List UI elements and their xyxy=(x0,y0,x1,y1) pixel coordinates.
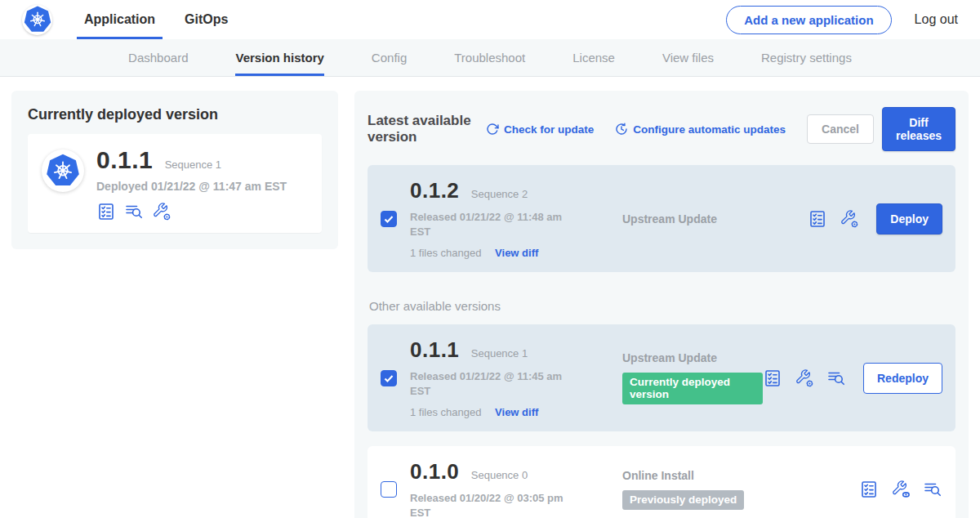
app-kubernetes-logo-icon xyxy=(42,150,84,192)
configure-automatic-updates-link[interactable]: Configure automatic updates xyxy=(615,123,786,136)
version-checkbox[interactable] xyxy=(381,481,397,498)
sequence-label: Sequence 1 xyxy=(471,347,528,359)
edit-config-icon[interactable] xyxy=(795,368,814,388)
logout-button[interactable]: Log out xyxy=(915,12,958,27)
preflight-checks-icon[interactable] xyxy=(763,368,782,388)
released-timestamp: Released 01/21/22 @ 11:45 am EST xyxy=(410,369,573,398)
redeploy-button[interactable]: Redeploy xyxy=(863,363,942,394)
latest-available-title: Latest available version xyxy=(368,113,473,145)
files-changed-label: 1 files changed xyxy=(410,406,481,418)
deployed-sequence-label: Sequence 1 xyxy=(165,159,221,171)
check-for-update-link[interactable]: Check for update xyxy=(486,123,594,136)
version-source-label: Upstream Update xyxy=(622,351,763,364)
version-row: 0.1.1 Sequence 1 Released 01/21/22 @ 11:… xyxy=(368,324,956,431)
view-logs-icon[interactable] xyxy=(826,368,846,388)
released-timestamp: Released 01/20/22 @ 03:05 pm EST xyxy=(410,491,573,518)
version-source-label: Online Install xyxy=(622,469,859,482)
subnav-item-dashboard[interactable]: Dashboard xyxy=(128,39,188,76)
subnav-item-config[interactable]: Config xyxy=(372,39,407,76)
tab-gitops[interactable]: GitOps xyxy=(177,0,235,39)
view-diff-link[interactable]: View diff xyxy=(495,406,538,418)
subnav-item-registry-settings[interactable]: Registry settings xyxy=(761,39,852,76)
version-source-label: Upstream Update xyxy=(622,212,808,226)
sequence-label: Sequence 2 xyxy=(471,188,528,200)
version-checkbox[interactable] xyxy=(381,370,397,386)
refresh-icon xyxy=(486,123,499,136)
edit-config-icon[interactable] xyxy=(840,209,859,229)
schedule-update-icon xyxy=(615,123,628,136)
preflight-checks-icon[interactable] xyxy=(808,209,827,229)
view-logs-icon[interactable] xyxy=(124,202,144,221)
add-new-application-button[interactable]: Add a new application xyxy=(726,6,891,34)
top-nav: Application GitOps Add a new application… xyxy=(0,0,980,39)
deploy-button[interactable]: Deploy xyxy=(876,203,942,234)
cancel-button[interactable]: Cancel xyxy=(807,114,874,144)
subnav-item-troubleshoot[interactable]: Troubleshoot xyxy=(454,39,525,76)
subnav-item-license[interactable]: License xyxy=(572,39,615,76)
preflight-checks-icon[interactable] xyxy=(859,480,879,499)
view-logs-icon[interactable] xyxy=(923,480,942,499)
released-timestamp: Released 01/21/22 @ 11:48 am EST xyxy=(410,210,573,239)
preflight-checks-icon[interactable] xyxy=(96,202,116,221)
previously-deployed-badge: Previously deployed xyxy=(622,490,744,510)
version-history-panel: Latest available version Check for updat… xyxy=(354,91,969,518)
deployed-timestamp: Deployed 01/21/22 @ 11:47 am EST xyxy=(96,180,287,193)
other-versions-title: Other available versions xyxy=(369,299,956,313)
edit-config-icon[interactable] xyxy=(152,202,172,221)
currently-deployed-title: Currently deployed version xyxy=(28,106,322,123)
view-diff-link[interactable]: View diff xyxy=(495,247,538,259)
kubernetes-logo-icon xyxy=(22,5,52,35)
view-config-icon[interactable] xyxy=(891,480,911,499)
version-number: 0.1.0 xyxy=(410,459,459,484)
subnav-item-version-history[interactable]: Version history xyxy=(235,39,323,76)
version-row: 0.1.0 Sequence 0 Released 01/20/22 @ 03:… xyxy=(368,446,956,518)
version-number: 0.1.2 xyxy=(410,178,459,203)
app-subnav: Dashboard Version history Config Trouble… xyxy=(0,39,980,77)
currently-deployed-badge: Currently deployed version xyxy=(622,373,763,404)
files-changed-label: 1 files changed xyxy=(410,247,481,259)
version-row: 0.1.2 Sequence 2 Released 01/21/22 @ 11:… xyxy=(368,165,956,272)
deployed-version-box: 0.1.1 Sequence 1 Deployed 01/21/22 @ 11:… xyxy=(28,134,322,233)
currently-deployed-card: Currently deployed version 0.1.1 Sequenc… xyxy=(11,91,338,249)
tab-application[interactable]: Application xyxy=(77,0,163,39)
version-number: 0.1.1 xyxy=(410,337,459,362)
version-checkbox[interactable] xyxy=(381,211,397,227)
sequence-label: Sequence 0 xyxy=(471,469,528,481)
deployed-version-number: 0.1.1 xyxy=(96,146,153,173)
diff-releases-button[interactable]: Diff releases xyxy=(882,107,956,151)
subnav-item-view-files[interactable]: View files xyxy=(662,39,714,76)
